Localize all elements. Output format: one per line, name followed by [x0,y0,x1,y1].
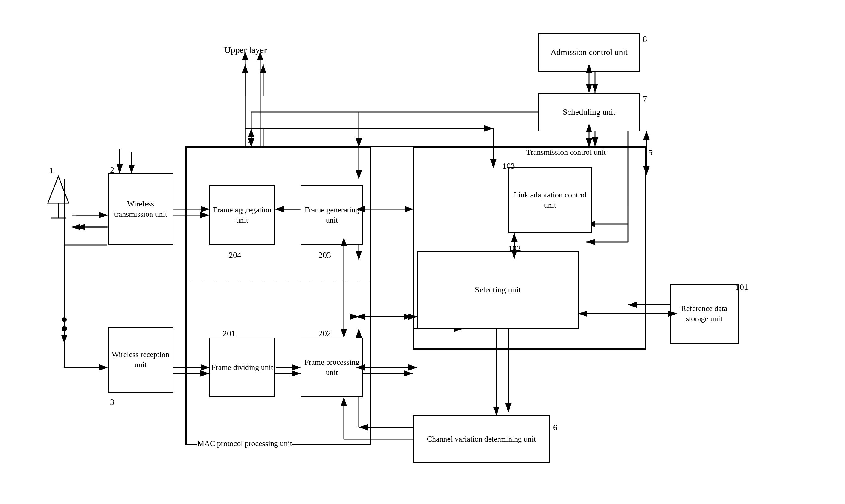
wireless-reception-box: Wireless reception unit [108,327,173,393]
wireless-transmission-label: Wireless transmission unit [108,199,173,219]
number-201: 201 [223,329,235,338]
frame-generating-label: Frame generating unit [301,205,362,225]
frame-generating-box: Frame generating unit [300,185,363,245]
number-4: 4 [248,137,252,146]
scheduling-box: Scheduling unit [538,93,640,131]
svg-point-11 [62,317,67,322]
selecting-box: Selecting unit [417,251,579,329]
selecting-label: Selecting unit [475,284,521,295]
reference-data-label: Reference data storage unit [671,304,738,324]
svg-point-71 [62,326,67,331]
admission-control-box: Admission control unit [538,33,640,72]
frame-processing-label: Frame processing unit [301,357,362,378]
label-1: 1 [49,166,53,175]
mac-protocol-label: MAC protocol processing unit [197,439,292,448]
frame-processing-box: Frame processing unit [300,338,363,397]
admission-control-label: Admission control unit [551,47,627,58]
link-adaptation-label: Link adaptation control unit [509,190,591,210]
frame-dividing-label: Frame dividing unit [211,362,273,373]
number-101: 101 [736,282,748,292]
number-202: 202 [318,329,331,338]
scheduling-label: Scheduling unit [563,107,616,118]
link-adaptation-box: Link adaptation control unit [508,167,592,233]
reference-data-box: Reference data storage unit [670,284,739,344]
diagram: 1 Wireless transmission unit 2 Wireless … [0,0,845,504]
number-203: 203 [318,250,331,260]
svg-marker-41 [48,176,69,203]
upper-layer-label: Upper layer [224,45,267,55]
wireless-reception-label: Wireless reception unit [108,349,173,370]
number-102: 102 [508,244,521,253]
number-204: 204 [229,250,241,260]
channel-variation-box: Channel variation determining unit [413,415,550,463]
number-7: 7 [643,94,647,104]
number-5: 5 [648,148,652,158]
number-2: 2 [110,165,114,175]
number-3: 3 [110,397,114,407]
channel-variation-label: Channel variation determining unit [427,434,536,444]
antenna [46,173,70,222]
number-103: 103 [502,161,515,171]
wireless-transmission-box: Wireless transmission unit [108,173,173,245]
transmission-control-label: Transmission control unit [526,148,606,157]
number-6: 6 [553,423,557,432]
frame-aggregation-box: Frame aggregation unit [209,185,275,245]
frame-aggregation-label: Frame aggregation unit [210,205,274,225]
frame-dividing-box: Frame dividing unit [209,338,275,397]
number-8: 8 [643,34,647,44]
